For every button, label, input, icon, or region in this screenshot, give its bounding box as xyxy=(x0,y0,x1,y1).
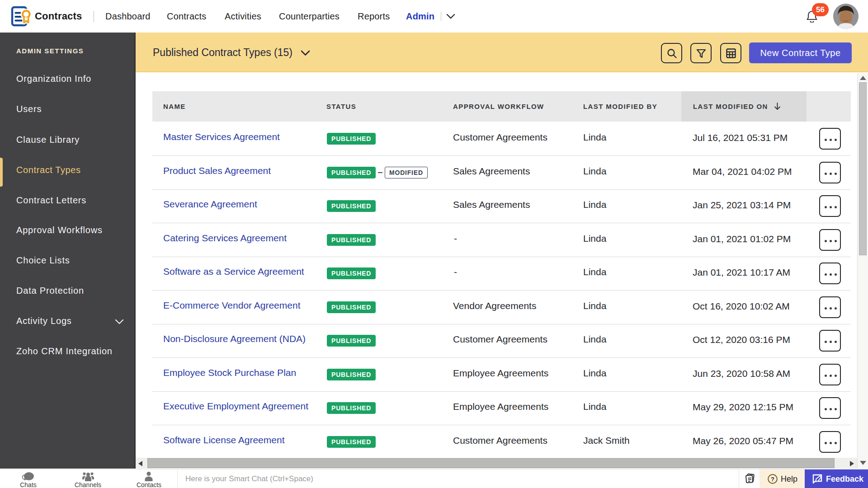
svg-text:?: ? xyxy=(771,476,774,483)
